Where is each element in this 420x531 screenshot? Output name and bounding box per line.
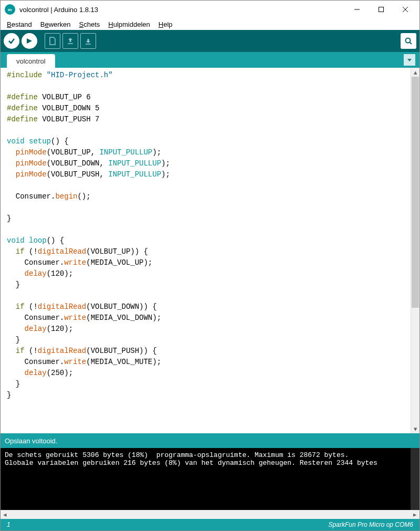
upload-button[interactable] — [22, 33, 37, 49]
save-button[interactable] — [80, 33, 96, 49]
menu-hulpmiddelen[interactable]: Hulpmiddelen — [104, 19, 154, 29]
arduino-logo-icon: ∞ — [5, 4, 15, 15]
menu-bewerken[interactable]: Bewerken — [36, 19, 75, 29]
menu-bar: Bestand Bewerken Schets Hulpmiddelen Hel… — [1, 18, 419, 30]
close-button[interactable] — [393, 1, 417, 18]
menu-bestand[interactable]: Bestand — [3, 19, 36, 29]
title-bar: ∞ volcontrol | Arduino 1.8.13 — [1, 1, 419, 18]
minimize-button[interactable] — [345, 1, 369, 18]
console-line-1: De schets gebruikt 5306 bytes (18%) prog… — [5, 451, 349, 459]
horizontal-scrollbar[interactable]: ◂ ▸ — [1, 510, 419, 519]
console-output[interactable]: De schets gebruikt 5306 bytes (18%) prog… — [1, 448, 419, 510]
board-info: SparkFun Pro Micro op COM6 — [329, 521, 413, 528]
serial-monitor-button[interactable] — [401, 33, 416, 49]
tab-menu-button[interactable] — [404, 54, 415, 66]
svg-marker-4 — [27, 38, 32, 44]
scroll-left-icon[interactable]: ◂ — [1, 510, 9, 519]
line-number: 1 — [7, 521, 10, 528]
menu-help[interactable]: Help — [154, 19, 177, 29]
scroll-right-icon[interactable]: ▸ — [411, 510, 419, 519]
menu-schets[interactable]: Schets — [75, 19, 104, 29]
console-line-2: Globale variabelen gebruiken 216 bytes (… — [5, 459, 377, 467]
svg-marker-7 — [86, 39, 90, 43]
footer-status-bar: 1 SparkFun Pro Micro op COM6 — [1, 519, 419, 530]
svg-point-9 — [406, 38, 411, 43]
verify-button[interactable] — [4, 33, 19, 49]
svg-marker-5 — [68, 38, 72, 42]
status-message: Opslaan voltooid. — [5, 437, 57, 445]
tab-strip: volcontrol — [1, 52, 419, 68]
scroll-track[interactable] — [9, 510, 411, 519]
toolbar — [1, 30, 419, 52]
console-vertical-scrollbar[interactable] — [411, 448, 419, 510]
build-status-bar: Opslaan voltooid. — [1, 433, 419, 448]
scroll-thumb[interactable] — [412, 77, 419, 308]
maximize-button[interactable] — [369, 1, 393, 18]
open-button[interactable] — [62, 33, 78, 49]
scroll-up-icon[interactable]: ▴ — [411, 68, 419, 77]
editor-vertical-scrollbar[interactable]: ▴ ▾ — [411, 68, 419, 433]
new-button[interactable] — [45, 33, 60, 49]
code-editor[interactable]: #include "HID-Project.h" #define VOLBUT_… — [1, 68, 411, 433]
tab-label: volcontrol — [16, 57, 46, 65]
scroll-down-icon[interactable]: ▾ — [411, 424, 419, 433]
window-title: volcontrol | Arduino 1.8.13 — [19, 6, 345, 14]
editor-area: #include "HID-Project.h" #define VOLBUT_… — [1, 68, 419, 433]
svg-marker-11 — [407, 59, 412, 61]
window-controls — [345, 1, 417, 18]
svg-rect-1 — [379, 7, 384, 12]
tab-volcontrol[interactable]: volcontrol — [7, 54, 55, 68]
svg-line-10 — [410, 43, 412, 45]
